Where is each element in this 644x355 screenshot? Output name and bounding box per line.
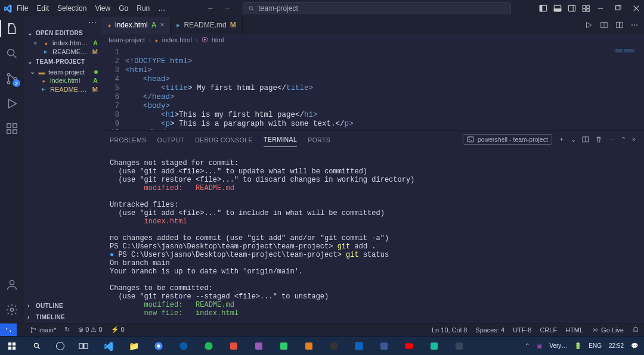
app-icon[interactable]	[253, 340, 265, 352]
taskbar-search-icon[interactable]	[31, 340, 43, 352]
start-icon[interactable]	[6, 340, 18, 352]
new-terminal-icon[interactable]: ＋	[558, 135, 565, 144]
project-header[interactable]: ⌄TEAM-PROJECT	[24, 56, 101, 67]
cursor-position[interactable]: Ln 10, Col 8	[432, 326, 467, 334]
app-icon[interactable]	[278, 340, 290, 352]
encoding-status[interactable]: UTF-8	[513, 326, 531, 334]
maximize-icon[interactable]	[614, 4, 623, 13]
linkedin-icon[interactable]	[353, 340, 365, 352]
remote-indicator[interactable]	[0, 323, 17, 337]
file-item[interactable]: ⬥ index.html A	[24, 76, 101, 85]
eol-status[interactable]: CRLF	[540, 326, 557, 334]
tray-lang[interactable]: ENG	[589, 342, 602, 349]
nav-forward[interactable]: →	[224, 4, 231, 13]
code-editor[interactable]: 12345678910 <!DOCTYPE html> <html> <head…	[101, 46, 644, 130]
tray-chevron-icon[interactable]: ⌃	[525, 342, 530, 349]
tray-notifications-icon[interactable]: 💬	[631, 342, 638, 349]
menu-view[interactable]: View	[95, 4, 110, 13]
minimize-icon[interactable]	[596, 4, 605, 13]
folder-item[interactable]: ⌄ ▬ team-project	[24, 67, 101, 76]
customize-layout-icon[interactable]	[582, 4, 590, 13]
panel-tab-ports[interactable]: PORTS	[308, 136, 330, 147]
open-editors-header[interactable]: ⌄OPEN EDITORS	[24, 27, 101, 39]
tray-clock[interactable]: 22:52	[609, 342, 624, 349]
toggle-primary-sidebar-icon[interactable]	[539, 4, 547, 13]
split-editor-icon[interactable]	[600, 21, 608, 29]
panel-tab-terminal[interactable]: TERMINAL	[264, 136, 297, 147]
more-actions-icon[interactable]: ⋯	[608, 136, 615, 143]
panel-tab-debug[interactable]: DEBUG CONSOLE	[195, 136, 253, 147]
notifications-icon[interactable]	[632, 326, 639, 334]
menu-edit[interactable]: Edit	[36, 4, 49, 13]
tray-battery-icon[interactable]: 🔋	[574, 342, 581, 349]
menu-go[interactable]: Go	[119, 4, 128, 13]
breadcrumb-item[interactable]: team-project	[109, 36, 145, 43]
toggle-secondary-sidebar-icon[interactable]	[568, 4, 576, 13]
tab-readme[interactable]: ▸ README.md M	[171, 17, 242, 34]
extensions-icon[interactable]	[5, 122, 19, 136]
tab-index-html[interactable]: ⬥ index.html A ×	[101, 17, 171, 34]
edge-icon[interactable]	[178, 340, 190, 352]
app-icon[interactable]	[303, 340, 315, 352]
close-panel-icon[interactable]: ×	[632, 136, 636, 143]
app-icon[interactable]	[328, 340, 340, 352]
vscode-taskbar-icon[interactable]	[103, 340, 114, 352]
code-content[interactable]: <!DOCTYPE html> <html> <head> <title> My…	[125, 46, 644, 130]
breadcrumb-item[interactable]: html	[212, 36, 224, 43]
youtube-icon[interactable]	[403, 340, 415, 352]
task-view-icon[interactable]	[78, 340, 89, 352]
run-icon[interactable]	[584, 21, 593, 29]
tray-app-icon[interactable]: ▣	[537, 342, 542, 349]
app-icon[interactable]	[428, 340, 440, 352]
tab-close-icon[interactable]: ×	[160, 21, 164, 29]
cortana-icon[interactable]	[56, 342, 64, 350]
toggle-panel-icon[interactable]	[553, 4, 562, 13]
diff-icon[interactable]	[615, 21, 624, 29]
menu-more[interactable]: …	[158, 4, 165, 13]
problems-status[interactable]: ⊗ 0 ⚠ 0	[78, 326, 102, 334]
search-activity-icon[interactable]	[5, 46, 19, 61]
spotify-icon[interactable]	[203, 340, 215, 352]
indent-status[interactable]: Spaces: 4	[475, 326, 504, 334]
app-icon[interactable]	[378, 340, 390, 352]
close-icon[interactable]: ×	[33, 39, 39, 46]
menu-file[interactable]: File	[17, 4, 28, 13]
app-icon[interactable]	[453, 340, 465, 352]
file-item[interactable]: ▸ README.md M	[24, 85, 101, 94]
ports-status[interactable]: ⚡ 0	[111, 326, 125, 334]
sync-icon[interactable]: ↻	[64, 326, 70, 334]
open-editor-item[interactable]: × ⬥ index.html… A	[24, 39, 101, 47]
more-actions-icon[interactable]: ⋯	[631, 21, 638, 29]
explorer-icon[interactable]	[5, 21, 19, 36]
settings-gear-icon[interactable]	[5, 303, 19, 317]
go-live-button[interactable]: Go Live	[592, 326, 624, 334]
sidebar-more-icon[interactable]: ⋯	[24, 17, 101, 27]
breadcrumb[interactable]: team-project› ⬥ index.html› ⦿ html	[101, 34, 644, 46]
app-icon[interactable]	[228, 340, 240, 352]
command-center-search[interactable]: team-project	[243, 2, 511, 14]
run-debug-icon[interactable]	[5, 96, 19, 111]
maximize-panel-icon[interactable]: ⌃	[621, 136, 626, 143]
language-mode[interactable]: HTML	[565, 326, 583, 334]
close-icon[interactable]	[632, 4, 640, 13]
chrome-icon[interactable]	[153, 340, 165, 352]
nav-back[interactable]: ←	[207, 4, 214, 13]
minimap[interactable]	[603, 49, 639, 67]
kill-terminal-icon[interactable]	[595, 136, 602, 143]
terminal-content[interactable]: Changes not staged for commit: (use "git…	[101, 147, 644, 323]
outline-header[interactable]: ›OUTLINE	[24, 300, 101, 312]
menu-run[interactable]: Run	[137, 4, 150, 13]
open-editor-item[interactable]: ▸ README.… M	[24, 47, 101, 56]
timeline-header[interactable]: ›TIMELINE	[24, 312, 101, 323]
panel-tab-problems[interactable]: PROBLEMS	[110, 136, 147, 147]
split-terminal-icon[interactable]	[582, 136, 589, 143]
breadcrumb-item[interactable]: index.html	[162, 36, 192, 43]
menu-selection[interactable]: Selection	[57, 4, 86, 13]
tray-weather[interactable]: Very…	[549, 342, 567, 349]
source-control-icon[interactable]: 2	[5, 71, 19, 86]
accounts-icon[interactable]	[5, 278, 19, 292]
terminal-shell-selector[interactable]: powershell - team-project	[463, 134, 552, 145]
git-branch[interactable]: main*	[30, 326, 56, 334]
explorer-taskbar-icon[interactable]: 📁	[128, 340, 140, 352]
panel-tab-output[interactable]: OUTPUT	[157, 136, 185, 147]
